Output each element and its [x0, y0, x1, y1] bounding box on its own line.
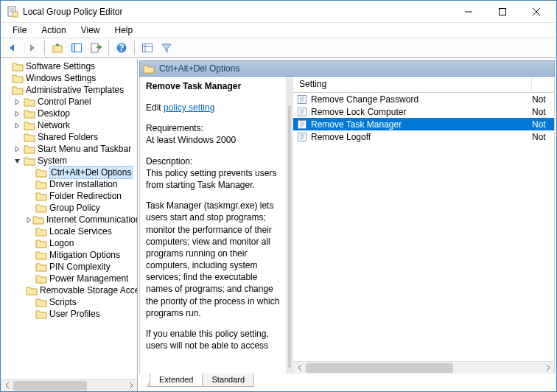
svg-rect-18: [298, 95, 306, 103]
window-buttons: [452, 1, 553, 23]
setting-row[interactable]: Remove LogoffNot: [293, 130, 554, 143]
tree-expander-icon[interactable]: [14, 122, 24, 129]
setting-label: Remove Change Password: [311, 94, 532, 105]
tree-item[interactable]: Mitigation Options: [2, 249, 137, 261]
tab-extended[interactable]: Extended: [150, 374, 203, 387]
tree-item[interactable]: Start Menu and Taskbar: [2, 143, 137, 155]
show-hide-tree-button[interactable]: [68, 39, 85, 57]
scroll-thumb[interactable]: [306, 363, 453, 373]
minimize-button[interactable]: [452, 1, 486, 23]
tree-item[interactable]: Windows Settings: [2, 72, 137, 84]
setting-state: Not: [532, 119, 554, 130]
scroll-right-button[interactable]: [542, 362, 554, 374]
menu-view[interactable]: View: [74, 24, 108, 37]
setting-label: Remove Logoff: [311, 132, 532, 142]
tree-item[interactable]: Locale Services: [2, 225, 137, 237]
tree-item[interactable]: Folder Redirection: [2, 190, 137, 202]
tree-expander-icon[interactable]: [26, 217, 32, 223]
main-content: Software SettingsWindows SettingsAdminis…: [1, 58, 556, 391]
menu-file[interactable]: File: [5, 24, 34, 37]
back-button[interactable]: [4, 39, 21, 57]
column-header-setting[interactable]: Setting: [293, 77, 532, 92]
tree-expander-icon[interactable]: [14, 99, 24, 105]
toolbar-separator: [108, 41, 109, 55]
tree-expander-icon[interactable]: [14, 158, 24, 164]
menu-bar: File Action View Help: [1, 23, 556, 38]
folder-icon: [24, 108, 35, 119]
scroll-right-button[interactable]: [125, 379, 137, 392]
properties-button[interactable]: [139, 39, 156, 57]
menu-help[interactable]: Help: [108, 24, 141, 37]
tree-panel: Software SettingsWindows SettingsAdminis…: [1, 59, 138, 391]
column-splitter[interactable]: [286, 77, 293, 374]
tree-item[interactable]: Group Policy: [2, 202, 137, 214]
tree-item-label: Control Panel: [38, 96, 91, 108]
splitter-grip[interactable]: [288, 106, 291, 368]
settings-header: Setting: [293, 77, 554, 93]
forward-button[interactable]: [23, 39, 41, 57]
setting-state: Not: [532, 132, 554, 142]
tree-item-label: Shared Folders: [38, 131, 98, 143]
tree-horizontal-scrollbar[interactable]: [1, 379, 137, 391]
tree-item[interactable]: Shared Folders: [2, 131, 137, 143]
up-button[interactable]: [49, 39, 66, 57]
toolbar-separator: [134, 41, 135, 55]
export-list-button[interactable]: [87, 39, 105, 57]
tree-item-label: Ctrl+Alt+Del Options: [49, 166, 133, 179]
tree-item[interactable]: Software Settings: [2, 60, 137, 72]
setting-label: Remove Task Manager: [311, 119, 532, 130]
tree-item[interactable]: Ctrl+Alt+Del Options: [2, 167, 137, 178]
tree-item[interactable]: Control Panel: [2, 96, 137, 108]
tree-item-label: User Profiles: [49, 308, 100, 320]
column-header-state[interactable]: [532, 77, 554, 92]
setting-row[interactable]: Remove Change PasswordNot: [293, 93, 554, 105]
scroll-left-button[interactable]: [293, 362, 306, 374]
edit-prefix: Edit: [146, 102, 164, 113]
setting-state: Not: [532, 94, 554, 105]
help-button[interactable]: ?: [113, 39, 130, 57]
settings-list[interactable]: Remove Change PasswordNotRemove Lock Com…: [293, 93, 554, 361]
svg-rect-12: [91, 43, 98, 52]
content-body: Remove Task Manager Edit policy setting …: [139, 77, 555, 374]
tree-item[interactable]: Removable Storage Access: [2, 284, 137, 296]
svg-rect-15: [143, 44, 153, 52]
tree-item[interactable]: Logon: [2, 237, 137, 249]
tree-item[interactable]: User Profiles: [2, 308, 137, 320]
tree-body[interactable]: Software SettingsWindows SettingsAdminis…: [1, 59, 137, 379]
folder-icon: [35, 179, 47, 189]
tree-item-label: Scripts: [49, 296, 77, 308]
close-button[interactable]: [519, 1, 553, 23]
requirements-block: Requirements: At least Windows 2000: [146, 122, 280, 146]
settings-horizontal-scrollbar[interactable]: [293, 361, 554, 374]
app-icon: [7, 6, 18, 18]
tab-standard[interactable]: Standard: [202, 374, 254, 387]
description-block-1: Description: This policy setting prevent…: [146, 155, 280, 192]
tree-expander-icon[interactable]: [14, 111, 24, 117]
tree-item[interactable]: Internet Communication Management: [2, 214, 137, 225]
scroll-track[interactable]: [306, 362, 542, 374]
folder-icon: [35, 262, 47, 272]
edit-policy-link[interactable]: policy setting: [164, 102, 214, 113]
scroll-thumb[interactable]: [13, 381, 87, 391]
folder-icon: [24, 97, 35, 107]
menu-action[interactable]: Action: [34, 24, 73, 37]
tree-item[interactable]: Driver Installation: [2, 178, 137, 190]
tree-item[interactable]: Network: [2, 119, 137, 131]
tree-item[interactable]: Desktop: [2, 108, 137, 119]
scroll-track[interactable]: [13, 379, 125, 392]
folder-icon: [32, 214, 44, 225]
setting-row[interactable]: Remove Lock ComputerNot: [293, 105, 554, 118]
description-para3: If you enable this policy setting, users…: [146, 328, 280, 351]
maximize-button[interactable]: [486, 1, 519, 23]
setting-label: Remove Lock Computer: [311, 107, 532, 117]
tree-expander-icon[interactable]: [14, 146, 24, 153]
tree-item[interactable]: Administrative Templates: [2, 84, 137, 96]
folder-icon: [35, 238, 47, 248]
tree-item[interactable]: PIN Complexity: [2, 261, 137, 273]
filter-button[interactable]: [158, 39, 175, 57]
tree-item[interactable]: Power Management: [2, 273, 137, 284]
tree-item[interactable]: Scripts: [2, 296, 137, 308]
tree-item[interactable]: System: [2, 155, 137, 167]
scroll-left-button[interactable]: [1, 379, 13, 392]
setting-row[interactable]: Remove Task ManagerNot: [293, 118, 554, 130]
